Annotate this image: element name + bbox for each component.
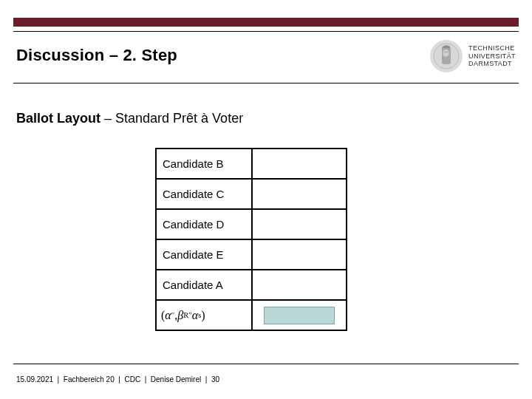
slide: Discussion – 2. Step TECHNISCHE UNIVERSI… — [0, 0, 532, 399]
candidate-label: Candidate B — [157, 149, 253, 178]
candidate-label: Candidate C — [157, 180, 253, 208]
table-row: Candidate E — [157, 240, 346, 270]
mark-cell — [253, 270, 346, 299]
table-row: Candidate D — [157, 210, 346, 240]
footer-dept: Fachbereich 20 — [64, 375, 115, 383]
footer-author: Denise Demirel — [151, 375, 201, 383]
subtitle-bold: Ballot Layout — [16, 111, 100, 126]
commitment-swatch-cell — [253, 301, 346, 330]
table-row: Candidate C — [157, 180, 346, 210]
svg-point-1 — [443, 50, 449, 57]
commitment-row: (α′′, βR′′ αs) — [157, 301, 346, 331]
footer-group: CDC — [124, 375, 140, 383]
accent-bar — [13, 18, 519, 27]
footer-page: 30 — [211, 375, 219, 383]
subtitle-rest: – Standard Prêt à Voter — [100, 111, 243, 126]
footer-date: 15.09.2021 — [16, 375, 53, 383]
divider-top — [13, 31, 519, 32]
commitment-math: (α′′, βR′′ αs) — [157, 301, 253, 330]
slide-title: Discussion – 2. Step — [16, 46, 177, 65]
table-row: Candidate A — [157, 270, 346, 301]
mark-cell — [253, 240, 346, 269]
athena-seal-icon — [430, 40, 463, 72]
candidate-label: Candidate E — [157, 240, 253, 269]
mark-cell — [253, 210, 346, 239]
table-row: Candidate B — [157, 149, 346, 180]
highlight-swatch — [264, 307, 335, 324]
logo-line3: DARMSTADT — [468, 60, 516, 67]
logo-line2: UNIVERSITÄT — [468, 52, 516, 60]
divider-footer — [13, 364, 519, 364]
mark-cell — [253, 180, 346, 208]
divider-title — [13, 83, 519, 83]
ballot-table: Candidate B Candidate C Candidate D Cand… — [155, 148, 347, 331]
candidate-label: Candidate A — [157, 270, 253, 299]
slide-footer: 15.09.2021 | Fachbereich 20 | CDC | Deni… — [16, 375, 219, 383]
candidate-label: Candidate D — [157, 210, 253, 239]
mark-cell — [253, 149, 346, 178]
slide-subtitle: Ballot Layout – Standard Prêt à Voter — [16, 111, 243, 126]
university-logo: TECHNISCHE UNIVERSITÄT DARMSTADT — [430, 40, 516, 72]
logo-line1: TECHNISCHE — [468, 44, 516, 52]
university-name: TECHNISCHE UNIVERSITÄT DARMSTADT — [468, 44, 516, 67]
